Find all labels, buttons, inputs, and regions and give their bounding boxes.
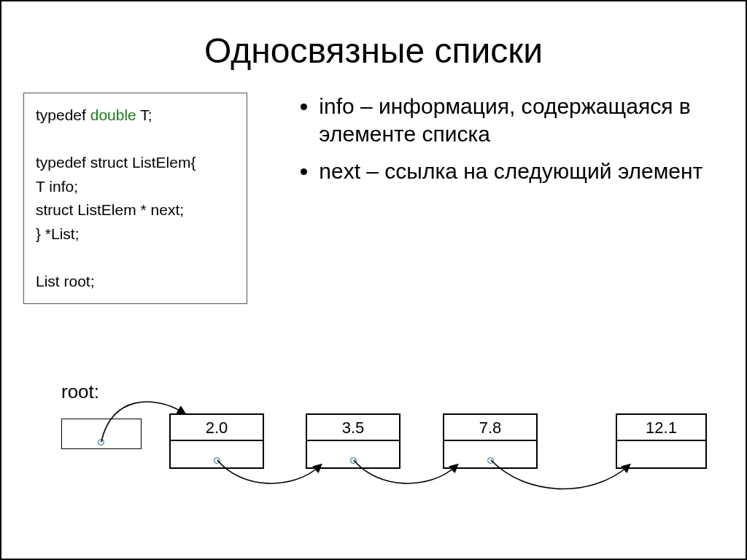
code-line: List root; <box>36 270 235 294</box>
slide-title: Односвязные списки <box>1 31 746 71</box>
code-line: typedef double T; <box>36 104 235 128</box>
code-blank <box>36 246 235 270</box>
code-text: T; <box>136 106 152 123</box>
code-line: T info; <box>36 175 235 199</box>
bullet-item: next – ссылка на следующий элемент <box>319 158 724 185</box>
slide: Односвязные списки typedef double T; typ… <box>0 0 747 560</box>
code-text: typedef <box>36 106 90 123</box>
linked-list-diagram: root: 2.0 3.5 7.8 12.1 <box>1 381 746 541</box>
code-blank <box>36 128 235 152</box>
pointer-arrows <box>1 381 747 541</box>
code-box: typedef double T; typedef struct ListEle… <box>23 93 247 304</box>
code-keyword: double <box>90 106 136 123</box>
code-line: typedef struct ListElem{ <box>36 151 235 175</box>
code-line: struct ListElem * next; <box>36 198 235 222</box>
bullet-list: info – информация, содержащаяся в элемен… <box>298 93 724 304</box>
code-line: } *List; <box>36 222 235 246</box>
bullet-item: info – информация, содержащаяся в элемен… <box>319 93 724 147</box>
content-area: typedef double T; typedef struct ListEle… <box>1 93 746 304</box>
